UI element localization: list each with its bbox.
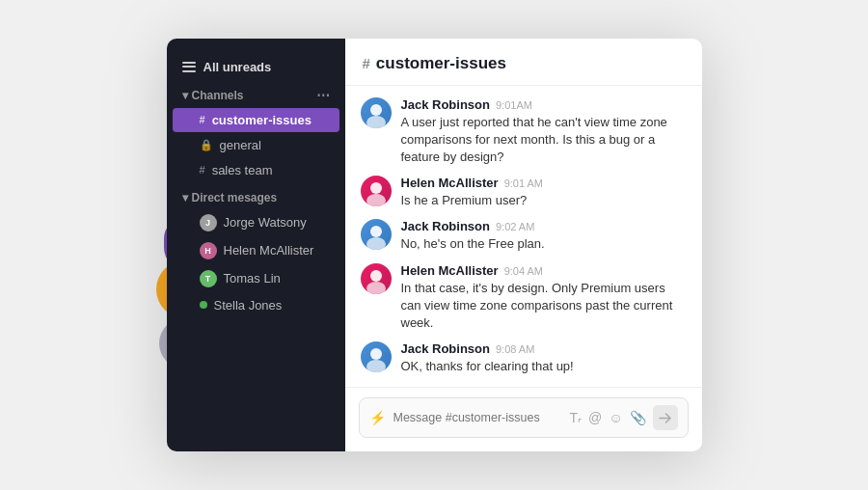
sidebar-item-label: customer-issues [212, 113, 312, 127]
sidebar-dm-label: Tomas Lin [224, 271, 281, 286]
avatar [361, 219, 392, 250]
svg-point-8 [370, 348, 382, 360]
svg-point-3 [366, 194, 386, 206]
message-row: Jack Robinson 9:08 AM OK, thanks for cle… [361, 341, 687, 375]
message-content: Jack Robinson 9:08 AM OK, thanks for cle… [401, 341, 574, 375]
message-row: Jack Robinson 9:01AM A user just reporte… [361, 97, 687, 167]
all-unreads-label: All unreads [203, 60, 272, 74]
sidebar-item-stella[interactable]: Stella Jones [173, 293, 339, 317]
avatar-helen: H [200, 242, 217, 259]
message-author: Jack Robinson [401, 219, 490, 233]
input-toolbar: Tᵣ @ ☺ 📎 [569, 405, 677, 430]
hash-icon: # [200, 114, 205, 125]
dm-section: ▾ Direct mesages J Jorge Watsony H Helen… [167, 187, 345, 318]
message-author: Jack Robinson [401, 341, 490, 356]
sidebar-item-sales-team[interactable]: # sales team [173, 158, 339, 182]
avatar-jorge: J [200, 214, 217, 231]
sidebar-item-label: general [220, 138, 261, 152]
avatar [361, 176, 392, 206]
hamburger-icon [182, 62, 196, 72]
input-area: ⚡ Tᵣ @ ☺ 📎 [345, 387, 702, 451]
all-unreads-item[interactable]: All unreads [167, 54, 345, 84]
message-row: Jack Robinson 9:02 AM No, he's on the Fr… [361, 219, 687, 253]
sidebar-item-jorge[interactable]: J Jorge Watsony [173, 209, 339, 236]
chat-panel: # customer-issues Jack Robinson 9:01AM A… [345, 39, 702, 452]
svg-point-1 [366, 116, 386, 128]
message-content: Helen McAllister 9:01 AM Is he a Premium… [401, 176, 544, 209]
avatar [361, 341, 392, 372]
channel-title: customer-issues [376, 54, 506, 73]
channels-header[interactable]: ▾ Channels ⋯ [167, 84, 345, 107]
svg-point-5 [366, 237, 386, 250]
dm-label: Direct mesages [192, 191, 278, 204]
hash-icon-2: # [200, 164, 205, 176]
attachment-icon[interactable]: 📎 [630, 410, 646, 425]
channels-label: Channels [192, 89, 244, 102]
sidebar-item-general[interactable]: 🔒 general [173, 133, 339, 157]
message-content: Jack Robinson 9:01AM A user just reporte… [401, 97, 687, 167]
message-header: Jack Robinson 9:08 AM [401, 341, 574, 356]
messages-area: Jack Robinson 9:01AM A user just reporte… [345, 86, 702, 388]
svg-point-4 [370, 226, 382, 237]
message-text: No, he's on the Free plan. [401, 235, 545, 253]
sidebar-item-helen[interactable]: H Helen McAllister [173, 237, 339, 264]
dm-arrow: ▾ [182, 191, 188, 204]
message-input-box: ⚡ Tᵣ @ ☺ 📎 [359, 397, 689, 438]
message-text: A user just reported that he can't view … [401, 114, 687, 167]
message-header: Jack Robinson 9:02 AM [401, 219, 545, 233]
message-row: Helen McAllister 9:01 AM Is he a Premium… [361, 176, 687, 209]
message-header: Helen McAllister 9:01 AM [401, 176, 544, 190]
app-container: All unreads ▾ Channels ⋯ # customer-issu… [167, 39, 702, 452]
avatar [361, 263, 392, 294]
message-author: Jack Robinson [401, 97, 490, 112]
svg-point-6 [370, 270, 382, 282]
message-input[interactable] [393, 411, 562, 424]
message-time: 9:02 AM [496, 221, 534, 232]
message-header: Helen McAllister 9:04 AM [401, 263, 687, 278]
at-icon[interactable]: @ [588, 410, 602, 425]
svg-point-2 [370, 182, 382, 194]
dm-header[interactable]: ▾ Direct mesages [167, 187, 345, 208]
message-content: Helen McAllister 9:04 AM In that case, i… [401, 263, 687, 333]
message-author: Helen McAllister [401, 263, 499, 278]
sidebar: All unreads ▾ Channels ⋯ # customer-issu… [167, 39, 345, 452]
message-author: Helen McAllister [401, 176, 499, 190]
send-button[interactable] [653, 405, 678, 430]
channels-section: ▾ Channels ⋯ # customer-issues 🔒 general… [167, 84, 345, 183]
message-header: Jack Robinson 9:01AM [401, 97, 687, 112]
status-dot-stella [200, 301, 207, 309]
channels-more-icon[interactable]: ⋯ [316, 88, 330, 103]
sidebar-dm-label: Jorge Watsony [224, 215, 307, 230]
message-time: 9:01AM [496, 99, 532, 111]
message-time: 9:08 AM [496, 343, 534, 355]
emoji-icon[interactable]: ☺ [609, 410, 622, 425]
text-format-icon[interactable]: Tᵣ [569, 410, 582, 425]
svg-point-0 [370, 104, 382, 116]
message-time: 9:01 AM [504, 177, 543, 189]
svg-point-7 [366, 282, 386, 294]
sidebar-dm-label: Helen McAllister [224, 243, 314, 258]
lock-icon: 🔒 [200, 139, 213, 151]
bolt-icon: ⚡ [369, 410, 386, 425]
avatar [361, 97, 392, 128]
channel-hash-icon: # [363, 55, 370, 71]
sidebar-item-customer-issues[interactable]: # customer-issues [173, 108, 339, 132]
message-text: Is he a Premium user? [401, 192, 544, 209]
chat-header: # customer-issues [345, 39, 702, 86]
avatar-tomas: T [200, 270, 217, 287]
message-text: OK, thanks for clearing that up! [401, 358, 574, 375]
sidebar-item-label: sales team [212, 163, 273, 177]
message-content: Jack Robinson 9:02 AM No, he's on the Fr… [401, 219, 545, 253]
message-time: 9:04 AM [504, 265, 543, 277]
svg-point-9 [366, 360, 386, 372]
channels-arrow: ▾ [182, 89, 188, 102]
message-row: Helen McAllister 9:04 AM In that case, i… [361, 263, 687, 333]
sidebar-dm-label: Stella Jones [214, 298, 283, 313]
sidebar-item-tomas[interactable]: T Tomas Lin [173, 265, 339, 292]
message-text: In that case, it's by design. Only Premi… [401, 280, 687, 333]
